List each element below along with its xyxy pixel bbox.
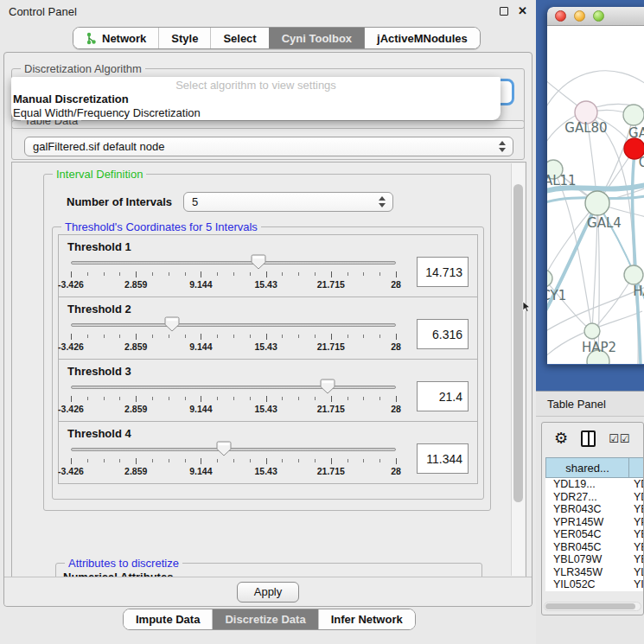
threshold-slider[interactable]: -3.4262.8599.14415.4321.71528 xyxy=(71,316,396,355)
split-panel-icon[interactable] xyxy=(581,430,596,447)
tab-label: Discretize Data xyxy=(225,613,305,626)
apply-button[interactable]: Apply xyxy=(237,582,299,603)
threshold-panel-3: Threshold 3 -3.4262.8599.14415.4321.7152… xyxy=(58,359,478,422)
table-cell: YIL0 xyxy=(629,578,644,590)
tab-style[interactable]: Style xyxy=(158,28,210,48)
table-row[interactable]: YDR27...YDR2 xyxy=(545,491,644,504)
slider-track[interactable] xyxy=(71,261,396,265)
tick-label: 2.859 xyxy=(124,341,147,352)
tick-label: -3.426 xyxy=(58,341,84,352)
table-cell: YPR1 xyxy=(629,516,644,528)
tab-select[interactable]: Select xyxy=(210,28,268,48)
slider-thumb[interactable] xyxy=(320,379,335,394)
spinner-arrows-icon[interactable] xyxy=(499,141,506,152)
gear-icon[interactable]: ⚙ xyxy=(554,430,568,446)
tick-label: 28 xyxy=(391,341,401,352)
control-panel-titlebar: Control Panel ✕ xyxy=(0,0,536,22)
tab-label: Infer Network xyxy=(331,613,403,626)
node-hap2[interactable] xyxy=(584,323,600,339)
table-cell: YLR3 xyxy=(629,566,644,578)
control-panel-content: Discretization Algorithm Select algorith… xyxy=(3,52,532,607)
threshold-slider[interactable]: -3.4262.8599.14415.4321.71528 xyxy=(71,440,396,480)
minimize-traffic-light-icon[interactable] xyxy=(574,10,585,22)
slider-track[interactable] xyxy=(71,323,396,327)
algorithm-option-manual[interactable]: Manual Discretization xyxy=(11,92,501,105)
network-icon xyxy=(86,32,97,45)
slider-track[interactable] xyxy=(71,448,396,451)
scrollbar-thumb[interactable] xyxy=(513,184,523,502)
node-right[interactable] xyxy=(624,265,643,284)
close-traffic-light-icon[interactable] xyxy=(555,10,566,22)
settings-scrollpane: Interval Definition Number of Intervals … xyxy=(11,162,526,577)
tab-cyni-toolbox[interactable]: Cyni Toolbox xyxy=(269,28,364,48)
threshold-value-box[interactable]: 6.316 xyxy=(417,319,469,349)
table-horizontal-scrollbar[interactable] xyxy=(544,602,641,611)
threshold-slider[interactable]: -3.4262.8599.14415.4321.71528 xyxy=(71,253,396,293)
slider-thumb[interactable] xyxy=(164,316,180,332)
tick-label: 2.859 xyxy=(124,279,147,290)
tick-label: 15.43 xyxy=(254,466,277,476)
node-label: C xyxy=(639,155,644,170)
network-canvas[interactable]: GAL80GACGAL11GAL4GCY1HAHAP2 xyxy=(547,26,644,364)
tick-label: 15.43 xyxy=(254,404,277,414)
column-header-name[interactable]: na xyxy=(629,457,644,478)
node-gal4[interactable] xyxy=(585,191,609,215)
table-row[interactable]: YIL052CYIL0 xyxy=(545,578,644,591)
column-header-shared-name[interactable]: shared... xyxy=(545,457,629,478)
slider-ticks xyxy=(71,271,396,278)
algorithm-option-equal-width[interactable]: Equal Width/Frequency Discretization xyxy=(11,105,501,119)
table-row[interactable]: YPR145WYPR1 xyxy=(545,516,644,529)
spinner-arrows-icon[interactable] xyxy=(379,196,386,207)
cyni-bottom-tab-bar: Impute DataDiscretize DataInfer Network xyxy=(123,609,416,630)
slider-tick-labels: -3.4262.8599.14415.4321.71528 xyxy=(71,341,396,352)
node-gcy1[interactable] xyxy=(547,270,552,287)
table-row[interactable]: YDL19...YDL1 xyxy=(545,478,644,491)
table-row[interactable]: YBL079WYBL0 xyxy=(545,553,644,566)
table-row[interactable]: YBR045CYBR0 xyxy=(545,541,644,554)
table-row[interactable]: YBR043CYBR0 xyxy=(545,503,644,516)
tick-label: 15.43 xyxy=(254,341,277,352)
threshold-value-box[interactable]: 14.713 xyxy=(417,257,469,287)
slider-thumb[interactable] xyxy=(251,254,266,270)
table-panel-title: Table Panel xyxy=(547,398,606,411)
apply-row: Apply xyxy=(4,577,532,606)
table-cell: YER054C xyxy=(545,528,629,540)
tab-label: jActiveMNodules xyxy=(377,32,468,45)
column-checkboxes-icon[interactable]: ☑☑ xyxy=(609,432,630,445)
network-view-window[interactable]: GAL80GACGAL11GAL4GCY1HAHAP2 xyxy=(547,7,644,365)
table-data-combobox-value: galFiltered.sif default node xyxy=(33,140,164,153)
float-window-icon[interactable] xyxy=(500,7,508,16)
application-root: Control Panel ✕ NetworkStyleSelectCyni T… xyxy=(0,0,644,644)
tab-jactivemnodules[interactable]: jActiveMNodules xyxy=(364,28,480,48)
table-cell: YBR045C xyxy=(545,541,629,553)
table-cell: YBR043C xyxy=(545,503,629,515)
number-of-intervals-combobox[interactable]: 5 xyxy=(183,192,393,212)
zoom-traffic-light-icon[interactable] xyxy=(593,10,604,22)
bottom-tab-impute-data[interactable]: Impute Data xyxy=(124,609,212,629)
tick-label: 9.144 xyxy=(189,279,212,290)
table-row[interactable]: YLR345WYLR3 xyxy=(545,566,644,579)
mouse-cursor xyxy=(522,301,532,313)
node-top-right[interactable] xyxy=(623,105,644,125)
interval-definition-group: Interval Definition Number of Intervals … xyxy=(43,174,491,511)
attributes-to-discretize-group: Attributes to discretize Numerical Attri… xyxy=(55,563,482,577)
threshold-value-box[interactable]: 11.344 xyxy=(417,443,469,474)
tab-label: Cyni Toolbox xyxy=(282,32,352,45)
node-table: shared... na YDL19...YDL1YDR27...YDR2YBR… xyxy=(545,457,644,591)
scrollbar-thumb[interactable] xyxy=(545,603,635,609)
slider-track[interactable] xyxy=(71,386,396,389)
bottom-tab-infer-network[interactable]: Infer Network xyxy=(318,609,415,629)
table-panel: ⚙ ☑☑ shared... na YDL19...YDL1YDR27...YD… xyxy=(541,422,644,615)
threshold-value-box[interactable]: 21.4 xyxy=(417,381,469,411)
slider-tick-labels: -3.4262.8599.14415.4321.71528 xyxy=(71,466,396,476)
table-row[interactable]: YER054CYER0 xyxy=(545,528,644,541)
bottom-tab-discretize-data[interactable]: Discretize Data xyxy=(212,609,317,629)
settings-vertical-scrollbar[interactable] xyxy=(511,163,525,576)
node-label: HA xyxy=(633,284,644,299)
close-icon[interactable]: ✕ xyxy=(518,7,527,16)
threshold-panel-1: Threshold 1 -3.4262.8599.14415.4321.7152… xyxy=(58,234,478,297)
table-data-combobox[interactable]: galFiltered.sif default node xyxy=(24,137,513,156)
slider-thumb[interactable] xyxy=(216,441,232,456)
tab-network[interactable]: Network xyxy=(73,28,158,48)
threshold-slider[interactable]: -3.4262.8599.14415.4321.71528 xyxy=(71,378,396,418)
